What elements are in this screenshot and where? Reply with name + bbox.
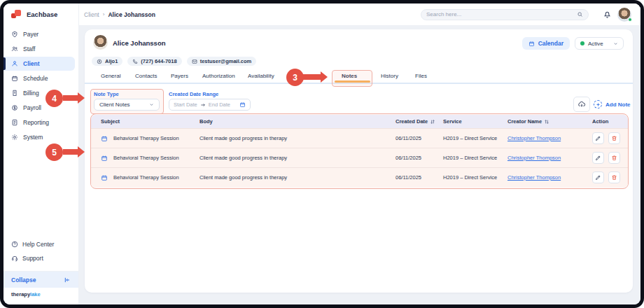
tab-general[interactable]: General bbox=[101, 73, 120, 79]
table-row: Behavioral Therapy Session Client made g… bbox=[91, 128, 628, 148]
notifications-bell[interactable] bbox=[603, 10, 612, 19]
table-row: Behavioral Therapy Session Client made g… bbox=[91, 167, 628, 187]
search-icon[interactable] bbox=[577, 11, 583, 18]
collapse-button[interactable]: Collapse bbox=[4, 271, 78, 288]
download-button[interactable] bbox=[573, 97, 590, 112]
note-service: H2019 – Direct Service bbox=[443, 174, 507, 181]
client-id-badge: Aljo1 bbox=[92, 57, 122, 66]
table-row: Behavioral Therapy Session Client made g… bbox=[91, 148, 628, 167]
calendar-button[interactable]: Calendar bbox=[522, 37, 570, 50]
creator-link[interactable]: Christopher Thompson bbox=[507, 135, 592, 141]
sidebar-item-schedule[interactable]: Schedule bbox=[4, 71, 75, 85]
add-note-button[interactable]: Add Note bbox=[594, 100, 631, 108]
sort-icon bbox=[544, 119, 550, 125]
headset-icon bbox=[11, 255, 18, 262]
creator-link[interactable]: Christopher Thompson bbox=[507, 155, 592, 161]
delete-note-button[interactable] bbox=[608, 172, 620, 183]
calendar-picker-icon[interactable] bbox=[239, 102, 246, 108]
note-calendar-icon bbox=[101, 135, 108, 142]
sidebar-item-client[interactable]: Client bbox=[4, 57, 75, 71]
note-body: Client made good progress in therapy bbox=[200, 174, 396, 181]
tab-availability[interactable]: Availability bbox=[248, 73, 274, 79]
notes-table: Subject Body Created Date Service Creato… bbox=[90, 113, 629, 189]
date-range-label: Created Date Range bbox=[169, 91, 218, 97]
annotation-arrow-5 bbox=[63, 149, 78, 155]
note-type-label: Note Type bbox=[94, 91, 119, 97]
sidebar-item-payer[interactable]: Payer bbox=[4, 27, 75, 41]
search-box[interactable] bbox=[421, 9, 589, 20]
app-window: Eachbase Payer Staff Client Schedule Bil… bbox=[4, 4, 640, 304]
pencil-icon bbox=[595, 155, 601, 161]
annotation-arrow-3 bbox=[303, 74, 321, 80]
sort-icon bbox=[430, 119, 435, 125]
note-type-select[interactable]: Client Notes bbox=[94, 99, 160, 111]
date-range-input[interactable]: Start Date End Date bbox=[169, 99, 251, 111]
trash-icon bbox=[611, 135, 617, 141]
bell-icon bbox=[603, 10, 612, 19]
note-body: Client made good progress in therapy bbox=[200, 155, 396, 161]
client-phone-badge: (727) 644-7018 bbox=[127, 57, 181, 66]
app-logo-text: Eachbase bbox=[27, 10, 57, 18]
sidebar-bottom: Help Center Support Collapse therapylake bbox=[4, 237, 78, 304]
breadcrumb: Client › Alice Johansson bbox=[84, 11, 155, 18]
note-service: H2019 – Direct Service bbox=[443, 155, 507, 161]
edit-note-button[interactable] bbox=[592, 172, 604, 183]
support-link[interactable]: Support bbox=[4, 251, 78, 265]
edit-note-button[interactable] bbox=[592, 132, 604, 144]
collapse-icon bbox=[64, 276, 71, 284]
staff-icon bbox=[11, 46, 18, 52]
trash-icon bbox=[611, 174, 617, 181]
online-status-dot bbox=[628, 18, 632, 22]
client-name: Alice Johansson bbox=[113, 39, 166, 47]
plus-icon bbox=[594, 100, 602, 108]
receipt-icon bbox=[11, 90, 18, 97]
search-input[interactable] bbox=[426, 11, 577, 18]
pencil-icon bbox=[595, 174, 601, 181]
delete-note-button[interactable] bbox=[608, 132, 620, 144]
breadcrumb-separator: › bbox=[103, 11, 105, 18]
window-frame: Eachbase Payer Staff Client Schedule Bil… bbox=[0, 0, 644, 308]
delete-note-button[interactable] bbox=[608, 152, 620, 164]
help-center-link[interactable]: Help Center bbox=[4, 237, 78, 251]
sidebar-nav: Payer Staff Client Schedule Billing Payr… bbox=[4, 27, 78, 144]
sidebar-item-system[interactable]: System bbox=[4, 130, 75, 144]
sidebar-item-payroll[interactable]: Payroll bbox=[4, 101, 75, 115]
creator-link[interactable]: Christopher Thompson bbox=[507, 174, 592, 181]
sidebar-item-reporting[interactable]: Reporting bbox=[4, 115, 75, 130]
tab-authorization[interactable]: Authorization bbox=[202, 73, 235, 79]
user-avatar[interactable] bbox=[617, 8, 631, 22]
column-creator-name[interactable]: Creator Name bbox=[507, 118, 592, 125]
active-status-dot bbox=[580, 41, 584, 46]
tab-payers[interactable]: Payers bbox=[171, 73, 188, 79]
note-subject: Behavioral Therapy Session bbox=[113, 174, 179, 181]
breadcrumb-parent[interactable]: Client bbox=[84, 11, 99, 18]
help-icon bbox=[11, 241, 18, 248]
column-created-date[interactable]: Created Date bbox=[396, 118, 443, 125]
content-area: Alice Johansson Calendar Active Aljo1 bbox=[79, 26, 640, 304]
note-created-date: 06/11/2025 bbox=[396, 155, 443, 161]
tab-contacts[interactable]: Contacts bbox=[135, 73, 158, 79]
person-icon bbox=[11, 60, 18, 67]
shield-icon bbox=[11, 31, 18, 38]
topbar: Client › Alice Johansson bbox=[79, 4, 640, 26]
end-date-placeholder[interactable]: End Date bbox=[209, 102, 230, 108]
edit-note-button[interactable] bbox=[592, 152, 604, 164]
note-body: Client made good progress in therapy bbox=[200, 135, 396, 141]
note-calendar-icon bbox=[101, 174, 108, 181]
chevron-down-icon bbox=[149, 102, 154, 107]
status-dropdown[interactable]: Active bbox=[575, 37, 624, 50]
client-badges: Aljo1 (727) 644-7018 testuser@gmail.com bbox=[92, 57, 256, 66]
calendar-icon bbox=[528, 41, 535, 47]
tab-files[interactable]: Files bbox=[415, 73, 427, 79]
app-logo: Eachbase bbox=[4, 4, 78, 24]
main-area: Client › Alice Johansson Alice Johansson… bbox=[79, 4, 640, 304]
client-avatar bbox=[93, 35, 108, 50]
note-subject: Behavioral Therapy Session bbox=[113, 155, 179, 161]
tab-history[interactable]: History bbox=[381, 73, 398, 79]
eachbase-logo-icon bbox=[10, 8, 22, 20]
chevron-down-icon bbox=[613, 41, 618, 46]
phone-icon bbox=[132, 59, 138, 64]
start-date-placeholder[interactable]: Start Date bbox=[174, 102, 197, 108]
sidebar-item-staff[interactable]: Staff bbox=[4, 42, 75, 56]
document-icon bbox=[11, 119, 18, 126]
